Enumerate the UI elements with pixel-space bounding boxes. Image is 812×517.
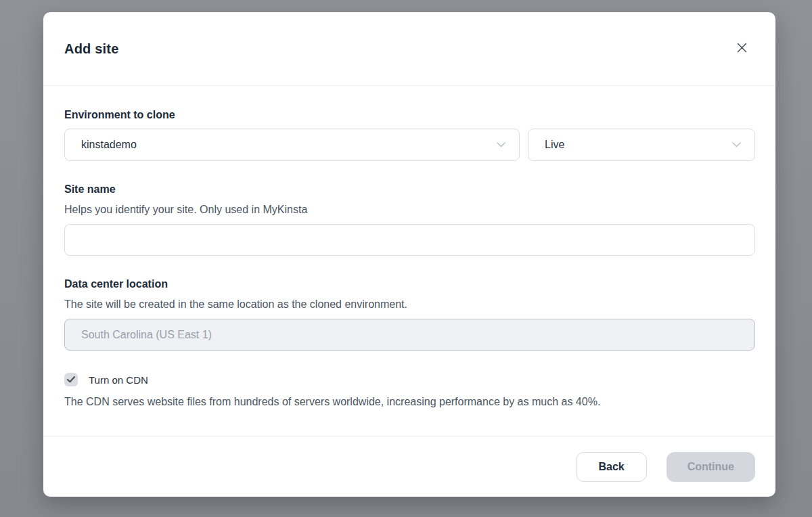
data-center-input (64, 319, 755, 351)
site-name-section: Site name Helps you identify your site. … (64, 183, 755, 256)
chevron-down-icon (732, 142, 741, 148)
close-button[interactable] (732, 39, 751, 58)
check-icon (67, 375, 75, 385)
continue-button[interactable]: Continue (667, 452, 755, 482)
environment-select[interactable]: Live (528, 129, 755, 161)
close-icon (737, 43, 747, 55)
chevron-down-icon (497, 142, 505, 148)
modal-body: Environment to clone kinstademo Live (43, 86, 775, 436)
back-button[interactable]: Back (576, 452, 646, 482)
cdn-helper: The CDN serves website files from hundre… (64, 395, 755, 408)
environment-select-value: Live (545, 139, 564, 151)
cdn-checkbox[interactable] (64, 373, 78, 386)
site-select[interactable]: kinstademo (64, 129, 520, 161)
modal-footer: Back Continue (43, 436, 775, 497)
site-name-input[interactable] (64, 224, 755, 256)
environment-section: Environment to clone kinstademo Live (64, 108, 755, 161)
data-center-label: Data center location (64, 277, 755, 290)
environment-selects-row: kinstademo Live (64, 129, 755, 161)
site-name-label: Site name (64, 183, 755, 196)
site-select-value: kinstademo (81, 139, 137, 151)
data-center-section: Data center location The site will be cr… (64, 277, 755, 351)
data-center-helper: The site will be created in the same loc… (64, 298, 755, 311)
environment-label: Environment to clone (64, 108, 755, 121)
add-site-modal: Add site Environment to clone kinstademo (43, 12, 775, 497)
cdn-checkbox-row: Turn on CDN (64, 373, 755, 386)
site-name-helper: Helps you identify your site. Only used … (64, 203, 755, 216)
cdn-checkbox-label: Turn on CDN (89, 374, 148, 386)
modal-header: Add site (43, 12, 775, 86)
modal-title: Add site (64, 41, 119, 57)
